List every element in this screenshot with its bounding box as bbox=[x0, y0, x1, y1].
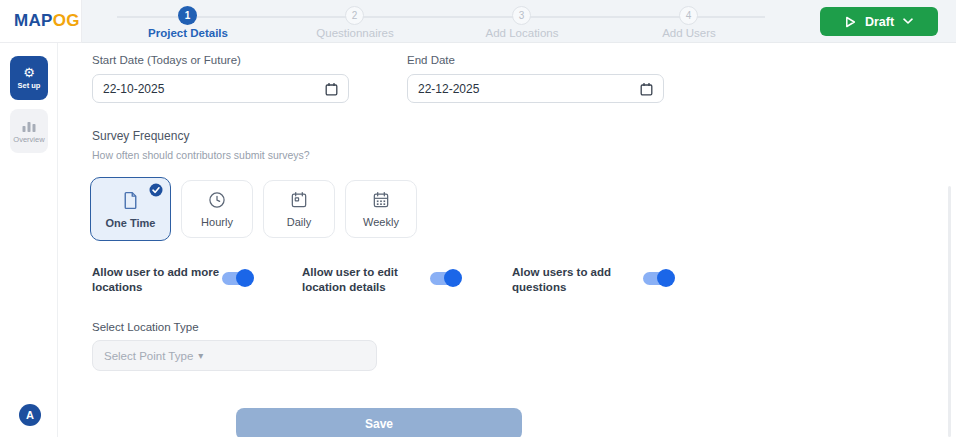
step-number: 1 bbox=[185, 10, 191, 21]
step-circle-add-locations[interactable]: 3 bbox=[512, 6, 531, 25]
calendar-icon[interactable] bbox=[325, 82, 338, 96]
draft-button-label: Draft bbox=[865, 15, 894, 29]
start-date-label: Start Date (Todays or Future) bbox=[92, 54, 241, 66]
play-icon bbox=[845, 16, 856, 28]
end-date-input[interactable]: 22-12-2025 bbox=[407, 74, 664, 103]
frequency-option-one-time[interactable]: One Time bbox=[90, 177, 171, 241]
frequency-option-label: Hourly bbox=[201, 216, 233, 228]
toggle-add-questions[interactable] bbox=[643, 272, 673, 285]
bar-chart-icon bbox=[21, 119, 37, 133]
step-number: 2 bbox=[352, 10, 358, 21]
user-avatar[interactable]: A bbox=[19, 404, 41, 426]
toggle-knob bbox=[657, 269, 675, 287]
step-label-project-details[interactable]: Project Details bbox=[113, 27, 263, 39]
step-label-add-locations[interactable]: Add Locations bbox=[447, 27, 597, 39]
check-badge-icon bbox=[149, 183, 163, 197]
frequency-option-label: One Time bbox=[106, 217, 156, 229]
clock-icon bbox=[207, 190, 227, 210]
toggle-label-add-locations: Allow user to add more locations bbox=[92, 265, 220, 295]
sidebar: ⚙ Set up Overview A bbox=[0, 43, 58, 437]
draft-button[interactable]: Draft bbox=[820, 7, 938, 36]
frequency-options: One Time Hourly Daily bbox=[90, 177, 417, 241]
stepper-connector-line bbox=[117, 16, 765, 18]
sidebar-item-setup[interactable]: ⚙ Set up bbox=[10, 56, 48, 100]
step-circle-add-users[interactable]: 4 bbox=[679, 6, 698, 25]
toggle-edit-details[interactable] bbox=[430, 272, 460, 285]
app-logo[interactable]: MAPOG bbox=[0, 0, 82, 43]
chevron-down-icon bbox=[903, 18, 913, 25]
scrollbar[interactable] bbox=[948, 186, 951, 437]
toggle-add-locations[interactable] bbox=[222, 272, 252, 285]
step-number: 3 bbox=[519, 10, 525, 21]
frequency-option-hourly[interactable]: Hourly bbox=[181, 180, 253, 238]
frequency-option-label: Weekly bbox=[363, 216, 399, 228]
step-label-questionnaires[interactable]: Questionnaires bbox=[280, 27, 430, 39]
location-type-label: Select Location Type bbox=[92, 321, 199, 333]
sidebar-item-overview[interactable]: Overview bbox=[10, 109, 48, 153]
calendar-day-icon bbox=[289, 190, 309, 210]
survey-frequency-hint: How often should contributors submit sur… bbox=[92, 149, 310, 161]
caret-down-icon: ▾ bbox=[198, 350, 203, 361]
end-date-label: End Date bbox=[407, 54, 455, 66]
frequency-option-label: Daily bbox=[287, 216, 311, 228]
dropdown-placeholder: Select Point Type bbox=[104, 350, 193, 362]
header: 1 Project Details 2 Questionnaires 3 Add… bbox=[0, 0, 956, 43]
save-button[interactable]: Save bbox=[236, 408, 522, 437]
step-label-add-users[interactable]: Add Users bbox=[614, 27, 764, 39]
step-circle-project-details[interactable]: 1 bbox=[178, 6, 197, 25]
toggle-label-edit-details: Allow user to edit location details bbox=[302, 265, 430, 295]
step-circle-questionnaires[interactable]: 2 bbox=[345, 6, 364, 25]
sidebar-item-label: Overview bbox=[13, 135, 44, 144]
toggle-label-add-questions: Alow users to add questions bbox=[512, 265, 640, 295]
frequency-option-weekly[interactable]: Weekly bbox=[345, 180, 417, 238]
logo-text-map: MAP bbox=[14, 11, 53, 30]
sidebar-item-label: Set up bbox=[18, 81, 41, 90]
calendar-week-icon bbox=[371, 190, 391, 210]
logo-text-og: OG bbox=[53, 11, 80, 30]
frequency-option-daily[interactable]: Daily bbox=[263, 180, 335, 238]
calendar-icon[interactable] bbox=[640, 82, 653, 96]
gear-icon: ⚙ bbox=[23, 66, 35, 79]
location-type-dropdown[interactable]: Select Point Type ▾ bbox=[92, 340, 377, 371]
logo-text: MAPOG bbox=[14, 11, 80, 31]
main-content: Start Date (Todays or Future) 22-10-2025… bbox=[58, 43, 956, 437]
document-icon bbox=[120, 190, 141, 211]
step-number: 4 bbox=[686, 10, 692, 21]
toggle-knob bbox=[236, 269, 254, 287]
start-date-input[interactable]: 22-10-2025 bbox=[92, 74, 349, 103]
start-date-value: 22-10-2025 bbox=[103, 82, 164, 96]
end-date-value: 22-12-2025 bbox=[418, 82, 479, 96]
toggle-knob bbox=[444, 269, 462, 287]
survey-frequency-label: Survey Frequency bbox=[92, 129, 189, 143]
stepper: 1 Project Details 2 Questionnaires 3 Add… bbox=[82, 0, 956, 43]
